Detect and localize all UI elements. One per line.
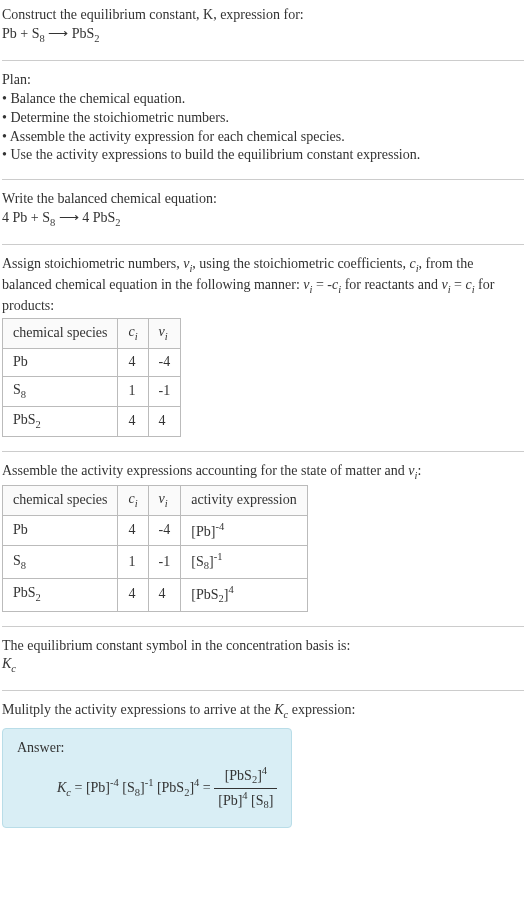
table-row: PbS2 4 4 — [3, 406, 181, 436]
plan-item: • Assemble the activity expression for e… — [2, 128, 524, 147]
table-row: S8 1 -1 [S8]-1 — [3, 546, 308, 579]
plan-item-text: Use the activity expressions to build th… — [10, 147, 420, 162]
answer-box: Answer: Kc = [Pb]-4 [S8]-1 [PbS2]4 = [Pb… — [2, 728, 292, 827]
symbol-kc: Kc — [2, 655, 524, 676]
kc-expression: Kc = [Pb]-4 [S8]-1 [PbS2]4 = [PbS2]4 [Pb… — [57, 764, 277, 812]
symbol-text: The equilibrium constant symbol in the c… — [2, 637, 524, 656]
divider — [2, 179, 524, 180]
assign-text: Assign stoichiometric numbers, νi, using… — [2, 255, 524, 316]
cell-species: PbS2 — [3, 406, 118, 436]
intro-block: Construct the equilibrium constant, K, e… — [2, 4, 524, 54]
cell-nui: 4 — [148, 578, 181, 611]
cell-ci: 1 — [118, 376, 148, 406]
cell-nui: -1 — [148, 376, 181, 406]
kc-fraction: [PbS2]4 [Pb]4 [S8] — [214, 764, 277, 812]
cell-species: S8 — [3, 546, 118, 579]
final-heading: Mulitply the activity expressions to arr… — [2, 701, 524, 722]
table-row: Pb 4 -4 — [3, 348, 181, 376]
plan-heading: Plan: — [2, 71, 524, 90]
plan-item: • Determine the stoichiometric numbers. — [2, 109, 524, 128]
table-row: Pb 4 -4 [Pb]-4 — [3, 515, 308, 546]
cell-species: Pb — [3, 515, 118, 546]
activity-text: Assemble the activity expressions accoun… — [2, 462, 524, 483]
cell-activity: [Pb]-4 — [181, 515, 307, 546]
plan-item-text: Determine the stoichiometric numbers. — [10, 110, 229, 125]
answer-label: Answer: — [17, 739, 277, 758]
cell-nui: -1 — [148, 546, 181, 579]
intro-line1: Construct the equilibrium constant, K, e… — [2, 6, 524, 25]
kc-lhs: Kc = [Pb]-4 [S8]-1 [PbS2]4 = — [57, 780, 214, 795]
col-ci: ci — [118, 319, 148, 349]
col-nui: νi — [148, 485, 181, 515]
activity-block: Assemble the activity expressions accoun… — [2, 460, 524, 620]
col-species: chemical species — [3, 319, 118, 349]
col-ci: ci — [118, 485, 148, 515]
cell-ci: 1 — [118, 546, 148, 579]
cell-ci: 4 — [118, 515, 148, 546]
divider — [2, 690, 524, 691]
symbol-block: The equilibrium constant symbol in the c… — [2, 635, 524, 685]
plan-item-text: Assemble the activity expression for eac… — [10, 129, 345, 144]
plan-item: • Balance the chemical equation. — [2, 90, 524, 109]
table-header-row: chemical species ci νi activity expressi… — [3, 485, 308, 515]
divider — [2, 451, 524, 452]
divider — [2, 626, 524, 627]
divider — [2, 244, 524, 245]
cell-nui: -4 — [148, 348, 181, 376]
table-row: S8 1 -1 — [3, 376, 181, 406]
cell-species: S8 — [3, 376, 118, 406]
col-nui: νi — [148, 319, 181, 349]
cell-nui: -4 — [148, 515, 181, 546]
divider — [2, 60, 524, 61]
table-header-row: chemical species ci νi — [3, 319, 181, 349]
assign-block: Assign stoichiometric numbers, νi, using… — [2, 253, 524, 445]
kc-denominator: [Pb]4 [S8] — [214, 789, 277, 813]
col-activity: activity expression — [181, 485, 307, 515]
balanced-reaction: 4 Pb + S8 ⟶ 4 PbS2 — [2, 209, 524, 230]
cell-ci: 4 — [118, 348, 148, 376]
table-row: PbS2 4 4 [PbS2]4 — [3, 578, 308, 611]
cell-ci: 4 — [118, 406, 148, 436]
kc-numerator: [PbS2]4 — [214, 764, 277, 789]
cell-nui: 4 — [148, 406, 181, 436]
final-block: Mulitply the activity expressions to arr… — [2, 699, 524, 835]
cell-ci: 4 — [118, 578, 148, 611]
cell-activity: [S8]-1 — [181, 546, 307, 579]
cell-activity: [PbS2]4 — [181, 578, 307, 611]
col-species: chemical species — [3, 485, 118, 515]
intro-reaction: Pb + S8 ⟶ PbS2 — [2, 25, 524, 46]
plan-block: Plan: • Balance the chemical equation. •… — [2, 69, 524, 173]
stoich-table: chemical species ci νi Pb 4 -4 S8 1 -1 P… — [2, 318, 181, 437]
cell-species: PbS2 — [3, 578, 118, 611]
balanced-block: Write the balanced chemical equation: 4 … — [2, 188, 524, 238]
plan-item-text: Balance the chemical equation. — [10, 91, 185, 106]
plan-item: • Use the activity expressions to build … — [2, 146, 524, 165]
balanced-heading: Write the balanced chemical equation: — [2, 190, 524, 209]
activity-table: chemical species ci νi activity expressi… — [2, 485, 308, 612]
cell-species: Pb — [3, 348, 118, 376]
